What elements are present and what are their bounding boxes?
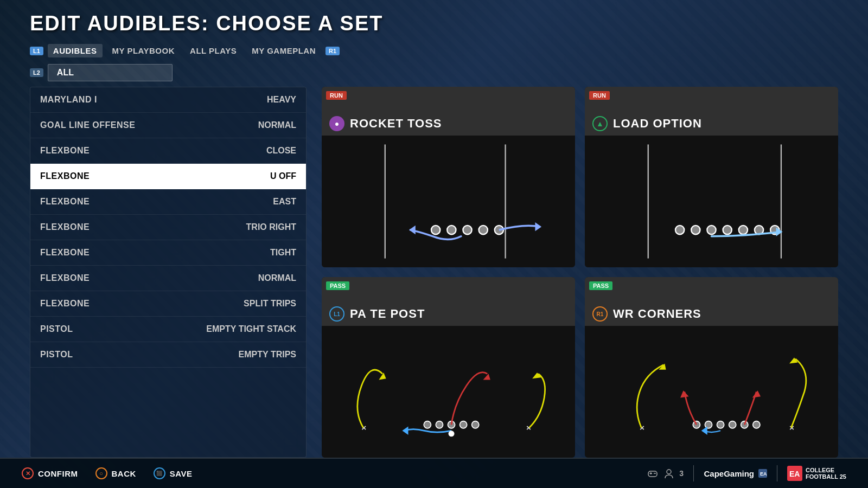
play-diagram-2 xyxy=(585,136,838,267)
confirm-action[interactable]: ✕ Confirm xyxy=(22,467,78,479)
list-item[interactable]: Flexbone Close xyxy=(30,138,306,164)
cross-icon: ✕ xyxy=(22,467,34,479)
play-card-rocket-toss[interactable]: RUN ● ROCKET TOSS xyxy=(322,87,575,267)
filter-input[interactable] xyxy=(48,64,173,81)
list-item[interactable]: Pistol Empty Tight Stack xyxy=(30,317,306,342)
play-svg-3: × × xyxy=(322,326,575,458)
play-card-header: ● ROCKET TOSS xyxy=(322,87,575,136)
controller-icon xyxy=(647,467,659,479)
list-item-active[interactable]: Flexbone U Off xyxy=(30,164,306,189)
svg-point-15 xyxy=(707,226,716,234)
formation-list: Maryland I Heavy Goal Line Offense Norma… xyxy=(30,87,307,458)
play-card-header-2: ▲ LOAD OPTION xyxy=(585,87,838,136)
svg-text:×: × xyxy=(526,423,531,432)
divider-2 xyxy=(777,465,777,481)
svg-rect-34 xyxy=(592,326,832,458)
play-title: ROCKET TOSS xyxy=(350,117,442,131)
tab-audibles[interactable]: Audibles xyxy=(48,44,103,57)
svg-point-13 xyxy=(675,226,684,234)
run-badge: RUN xyxy=(326,91,347,100)
svg-point-26 xyxy=(472,421,479,428)
list-item[interactable]: Flexbone East xyxy=(30,189,306,215)
play-svg xyxy=(322,136,575,267)
play-card-header-3: L1 PA TE POST xyxy=(322,277,575,326)
play-card-wr-corners[interactable]: PASS R1 WR CORNERS xyxy=(585,277,838,458)
user-badge-icon: EA xyxy=(758,469,767,478)
play-svg-2 xyxy=(585,136,838,267)
player-icons: 3 xyxy=(647,467,684,479)
brand-logo: EA COLLEGEFOOTBALL 25 xyxy=(787,466,846,481)
svg-point-38 xyxy=(729,421,736,428)
svg-point-25 xyxy=(459,421,467,428)
play-diagram-4: × × xyxy=(585,326,838,458)
list-item[interactable]: Pistol Empty Trips xyxy=(30,342,306,368)
save-icon: ⬛ xyxy=(154,467,165,479)
play-cards-grid: RUN ● ROCKET TOSS xyxy=(322,87,838,458)
list-item[interactable]: Maryland I Heavy xyxy=(30,87,306,113)
header: EDIT AUDIBLES: CHOOSE A SET xyxy=(0,0,868,40)
player-count: 3 xyxy=(679,469,684,478)
save-label: Save xyxy=(170,469,193,478)
svg-point-16 xyxy=(723,226,732,234)
back-label: Back xyxy=(112,469,136,478)
play-card-header-4: R1 WR CORNERS xyxy=(585,277,838,326)
svg-point-40 xyxy=(753,421,760,428)
svg-rect-10 xyxy=(585,138,838,265)
svg-point-22 xyxy=(424,421,431,428)
list-item[interactable]: Flexbone Normal xyxy=(30,266,306,291)
pass-badge-2: PASS xyxy=(589,281,612,290)
r1-badge: R1 xyxy=(326,47,340,55)
play-card-pa-te-post[interactable]: PASS L1 PA TE POST xyxy=(322,277,575,458)
play-diagram xyxy=(322,136,575,267)
svg-point-37 xyxy=(717,421,724,428)
username: CapeGaming EA xyxy=(704,469,767,478)
svg-point-14 xyxy=(691,226,700,234)
svg-rect-50 xyxy=(650,473,653,474)
svg-point-51 xyxy=(654,473,655,474)
ea-logo: EA xyxy=(787,466,802,481)
l1-badge: L1 xyxy=(30,47,43,55)
confirm-label: Confirm xyxy=(38,469,78,478)
svg-rect-21 xyxy=(329,326,569,458)
list-item[interactable]: Flexbone Split Trips xyxy=(30,291,306,317)
divider xyxy=(693,465,694,481)
svg-point-36 xyxy=(705,421,712,428)
play-title-4: WR CORNERS xyxy=(613,307,701,321)
tab-all-plays[interactable]: All Plays xyxy=(184,44,242,57)
square-icon: L1 xyxy=(329,306,344,322)
svg-point-23 xyxy=(436,421,443,428)
svg-point-33 xyxy=(449,431,455,436)
tab-my-playbook[interactable]: My Playbook xyxy=(107,44,181,57)
pass-badge: PASS xyxy=(326,281,349,290)
svg-text:EA: EA xyxy=(789,470,800,478)
run-badge-2: RUN xyxy=(589,91,610,100)
svg-point-53 xyxy=(667,470,671,474)
circle-icon: ● xyxy=(329,116,344,131)
r1-icon: R1 xyxy=(592,306,608,322)
bottom-right: 3 CapeGaming EA EA COLLEGEFOOTBALL 25 xyxy=(647,465,846,481)
users-icon xyxy=(663,467,675,479)
play-svg-4: × × xyxy=(585,326,838,458)
body-area: Maryland I Heavy Goal Line Offense Norma… xyxy=(0,87,868,458)
circle-icon-btn: ○ xyxy=(95,467,107,479)
tab-my-gameplan[interactable]: My Gameplan xyxy=(246,44,321,57)
svg-point-4 xyxy=(447,226,456,234)
list-item[interactable]: Flexbone Tight xyxy=(30,240,306,266)
list-item[interactable]: Goal Line Offense Normal xyxy=(30,113,306,138)
page-title: EDIT AUDIBLES: CHOOSE A SET xyxy=(30,12,838,35)
svg-point-5 xyxy=(463,226,471,234)
play-card-load-option[interactable]: RUN ▲ LOAD OPTION xyxy=(585,87,838,267)
svg-point-6 xyxy=(479,226,488,234)
svg-point-52 xyxy=(655,473,656,474)
back-action[interactable]: ○ Back xyxy=(95,467,136,479)
play-title-2: LOAD OPTION xyxy=(613,117,702,131)
bottom-left-actions: ✕ Confirm ○ Back ⬛ Save xyxy=(22,467,193,479)
nav-tabs: L1 Audibles My Playbook All Plays My Gam… xyxy=(0,40,868,62)
bottom-bar: ✕ Confirm ○ Back ⬛ Save xyxy=(0,458,868,488)
l2-badge: L2 xyxy=(30,68,43,77)
main-content: EDIT AUDIBLES: CHOOSE A SET L1 Audibles … xyxy=(0,0,868,488)
svg-point-17 xyxy=(739,226,748,234)
save-action[interactable]: ⬛ Save xyxy=(154,467,193,479)
list-item[interactable]: Flexbone Trio Right xyxy=(30,215,306,240)
svg-text:EA: EA xyxy=(760,471,767,477)
